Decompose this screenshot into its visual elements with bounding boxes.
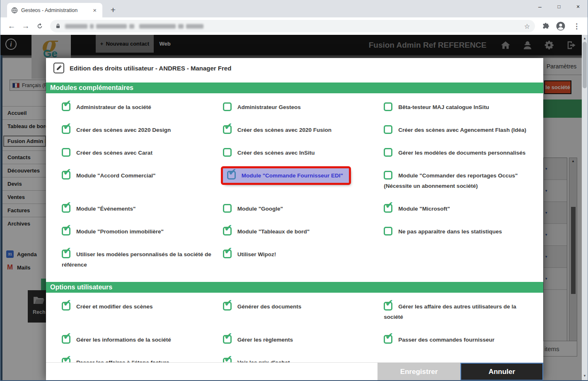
browser-tab[interactable]: Gesteos - Administration × — [7, 3, 102, 17]
bookmark-star-icon[interactable]: ☆ — [524, 22, 530, 30]
checkbox[interactable]: ✔ — [62, 227, 70, 235]
checkbox[interactable]: ✔ — [62, 148, 70, 157]
check-icon: ✔ — [63, 331, 71, 341]
checkbox[interactable]: ✔ — [384, 148, 392, 157]
checkbox-item[interactable]: ✔Créer des scènes avec 2020 Design — [56, 119, 217, 141]
checkbox[interactable]: ✔ — [384, 227, 392, 235]
check-icon: ✔ — [63, 298, 71, 308]
checkbox-label: Gérer les informations de la société — [76, 337, 171, 343]
checkbox[interactable]: ✔ — [223, 227, 232, 235]
checkbox[interactable]: ✔ — [223, 335, 232, 344]
checkbox-item[interactable]: ✔Module "Commande Fournisseur EDI" — [217, 164, 378, 197]
checkbox[interactable]: ✔ — [384, 125, 392, 134]
browser-window: Gesteos - Administration × + – □ × ← → — [0, 0, 588, 381]
new-tab-button[interactable]: + — [107, 4, 119, 16]
cancel-button[interactable]: Annuler — [460, 363, 543, 380]
check-icon: ✔ — [385, 331, 393, 341]
checkbox-label: Passer des commandes fournisseur — [398, 337, 494, 343]
checkbox-label: Ne pas apparaître dans les statistiques — [398, 228, 502, 235]
checkbox-item[interactable]: ✔Gérer les affaire des autres utilisateu… — [378, 295, 539, 328]
checkbox-label: Générer des documents — [237, 303, 302, 310]
maximize-button[interactable]: □ — [549, 0, 569, 13]
page-scrollbar[interactable]: ▲ ▼ — [582, 35, 588, 380]
checkbox[interactable]: ✔ — [384, 171, 392, 180]
checkbox-item[interactable]: ✔Créer des scènes avec 2020 Fusion — [217, 119, 378, 141]
modules-checkbox-grid: ✔Administrateur de la société ✔Administr… — [46, 93, 543, 279]
checkbox[interactable]: ✔ — [62, 171, 70, 180]
checkbox-item[interactable]: ✔Gérer les informations de la société — [56, 328, 217, 351]
checkbox-item[interactable]: ✔Utiliser Wipoz! — [217, 243, 378, 276]
checkbox-item[interactable]: ✔Module "Accord Commercial" — [56, 164, 217, 197]
checkbox-label: Utiliser Wipoz! — [237, 251, 276, 257]
checkbox[interactable]: ✔ — [223, 250, 232, 258]
checkbox-item[interactable]: ✔Module "Promotion immobilière" — [56, 220, 217, 243]
scrollbar-thumb[interactable] — [583, 42, 587, 88]
checkbox[interactable]: ✔ — [62, 102, 70, 111]
checkbox-item[interactable]: ✔Gérer les règlements — [217, 328, 378, 351]
reload-button[interactable] — [34, 20, 46, 32]
checkbox-label: Bêta-testeur MAJ catalogue InSitu — [398, 104, 489, 110]
checkbox-item[interactable]: ✔Bêta-testeur MAJ catalogue InSitu — [378, 96, 539, 119]
checkbox[interactable]: ✔ — [62, 250, 70, 258]
checkbox[interactable]: ✔ — [384, 302, 392, 311]
checkbox[interactable]: ✔ — [62, 204, 70, 213]
checkbox-label: Module "Commander des reportages Occus" … — [384, 172, 518, 189]
checkbox[interactable]: ✔ — [223, 204, 232, 213]
checkbox[interactable]: ✔ — [62, 335, 70, 344]
profile-avatar-icon[interactable] — [556, 21, 566, 31]
close-window-button[interactable]: × — [569, 0, 588, 13]
checkbox-item[interactable]: ✔Administrateur Gesteos — [217, 96, 378, 119]
checkbox-label: Module "Événements" — [76, 206, 136, 212]
checkbox[interactable]: ✔ — [62, 125, 70, 134]
checkbox-item[interactable]: ✔Administrateur de la société — [56, 96, 217, 119]
edit-pencil-icon — [53, 63, 64, 73]
checkbox-item[interactable]: ✔Générer des documents — [217, 295, 378, 328]
tab-close-icon[interactable]: × — [91, 7, 98, 14]
section-header-modules: Modules complémentaires — [46, 83, 543, 93]
check-icon: ✔ — [228, 167, 237, 177]
checkbox-item[interactable]: ✔Module "Tableaux de bord" — [217, 220, 378, 243]
back-button[interactable]: ← — [5, 20, 18, 32]
checkbox[interactable]: ✔ — [223, 302, 232, 311]
scrollbar-up-icon[interactable]: ▲ — [582, 36, 588, 40]
checkbox-item[interactable]: ✔Passer des commandes fournisseur — [378, 328, 539, 351]
address-bar[interactable]: ☆ — [50, 20, 535, 32]
section-header-options: Options utilisateurs — [46, 282, 543, 293]
checkbox-item[interactable]: ✔Utiliser les modèles personnalisés de l… — [56, 243, 217, 276]
url-redacted — [65, 24, 203, 29]
checkbox-item[interactable]: ✔Ne pas apparaître dans les statistiques — [378, 220, 539, 243]
checkbox[interactable]: ✔ — [223, 102, 232, 111]
browser-toolbar: ← → ☆ — [0, 17, 588, 35]
user-rights-modal: Edition des droits utilisateur - ANDRES … — [46, 58, 543, 380]
checkbox-label: Module "Microsoft" — [398, 206, 450, 212]
checkbox-item[interactable]: ✔Créer des scènes avec Agencement Flash … — [378, 119, 539, 141]
check-icon: ✔ — [224, 223, 232, 233]
checkbox-label: Gérer les modèles de documents personnal… — [398, 150, 525, 156]
checkbox[interactable]: ✔ — [223, 148, 232, 157]
checkbox[interactable]: ✔ — [384, 102, 392, 111]
checkbox-item[interactable]: ✔Gérer les modèles de documents personna… — [378, 141, 539, 164]
forward-button[interactable]: → — [19, 20, 32, 32]
checkbox-item[interactable]: ✔Module "Événements" — [56, 197, 217, 220]
minimize-button[interactable]: – — [530, 0, 549, 13]
checkbox-item[interactable]: ✔Module "Google" — [217, 197, 378, 220]
checkbox-item[interactable]: ✔Créer et modifier des scènes — [56, 295, 217, 328]
checkbox-item[interactable]: ✔Créer des scènes avec InSitu — [217, 141, 378, 164]
checkbox-label: Créer des scènes avec Agencement Flash (… — [398, 127, 526, 133]
checkbox-item[interactable]: ✔Créer des scènes avec Carat — [56, 141, 217, 164]
checkbox-item[interactable]: ✔Module "Commander des reportages Occus"… — [378, 164, 539, 197]
checkbox[interactable]: ✔ — [384, 204, 392, 213]
check-icon: ✔ — [385, 298, 393, 308]
check-icon: ✔ — [63, 200, 71, 210]
checkbox-label: Module "Tableaux de bord" — [237, 228, 310, 235]
checkbox[interactable]: ✔ — [227, 171, 236, 180]
check-icon: ✔ — [224, 121, 232, 131]
checkbox-item[interactable]: ✔Module "Microsoft" — [378, 197, 539, 220]
checkbox[interactable]: ✔ — [62, 302, 70, 311]
extensions-puzzle-icon[interactable] — [542, 22, 550, 30]
scrollbar-down-icon[interactable]: ▼ — [582, 374, 588, 378]
checkbox[interactable]: ✔ — [384, 335, 392, 344]
checkbox[interactable]: ✔ — [223, 125, 232, 134]
browser-menu-kebab-icon[interactable]: ⋮ — [571, 22, 582, 31]
save-button[interactable]: Enregistrer — [377, 363, 460, 380]
